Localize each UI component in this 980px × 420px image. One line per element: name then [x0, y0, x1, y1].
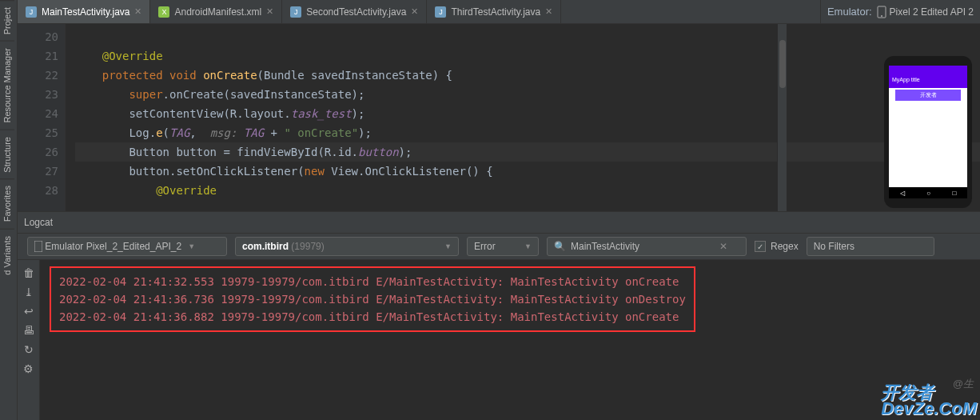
- logcat-package-name: com.itbird: [242, 241, 289, 252]
- code-line[interactable]: @Override: [75, 181, 980, 200]
- settings-icon[interactable]: ⚙: [23, 362, 34, 375]
- code-editor[interactable]: 202122232425262728 @Override protected v…: [18, 24, 980, 211]
- phone-icon: [877, 6, 886, 18]
- chevron-down-icon: ▼: [524, 242, 532, 250]
- editor-tab[interactable]: JThirdTestActivity.java✕: [427, 0, 561, 23]
- logcat-device-dropdown[interactable]: Emulator Pixel_2_Edited_API_2 ▼: [27, 237, 227, 256]
- line-number[interactable]: 21: [18, 46, 58, 66]
- editor-scrollbar[interactable]: [777, 24, 787, 211]
- tab-label: AndroidManifest.xml: [174, 6, 261, 18]
- line-number[interactable]: 28: [18, 181, 58, 200]
- svg-point-1: [881, 15, 882, 17]
- watermark-brand: 开发者 DevZe.CoM: [881, 385, 977, 417]
- logcat-filter-dropdown[interactable]: No Filters: [807, 237, 934, 256]
- scrollbar-thumb[interactable]: [779, 40, 786, 88]
- emulator-label: Emulator:: [827, 6, 872, 18]
- editor-tab-bar: JMainTestActivity.java✕XAndroidManifest.…: [18, 0, 980, 24]
- emulator-device-selector[interactable]: Pixel 2 Edited API 2: [877, 6, 974, 18]
- code-line[interactable]: [75, 27, 980, 46]
- left-tool-rail: Project Resource Manager Structure Favor…: [0, 0, 18, 420]
- line-number[interactable]: 23: [18, 85, 58, 104]
- rail-resource-manager[interactable]: Resource Manager: [0, 41, 14, 130]
- log-line[interactable]: 2022-02-04 21:41:36.736 19979-19979/com.…: [59, 290, 686, 308]
- editor-tab[interactable]: JSecondTestActivity.java✕: [282, 0, 427, 23]
- line-number[interactable]: 27: [18, 162, 58, 181]
- tab-list: JMainTestActivity.java✕XAndroidManifest.…: [18, 0, 820, 23]
- file-icon: J: [290, 6, 301, 18]
- rail-project[interactable]: Project: [0, 0, 14, 41]
- line-gutter: 202122232425262728: [18, 24, 66, 211]
- device-body: [889, 102, 967, 187]
- close-icon[interactable]: ✕: [266, 6, 273, 17]
- log-line[interactable]: 2022-02-04 21:41:32.553 19979-19979/com.…: [59, 273, 686, 290]
- device-screen[interactable]: MyApp title 开发者 ◁○□: [889, 66, 967, 198]
- scroll-end-icon[interactable]: ⤓: [24, 286, 34, 298]
- line-number[interactable]: 26: [18, 142, 58, 162]
- close-icon[interactable]: ✕: [545, 6, 552, 17]
- emulator-panel: Emulator: Pixel 2 Edited API 2: [820, 0, 980, 23]
- logcat-body: 🗑 ⤓ ↩ 🖶 ↻ ⚙ 2022-02-04 21:41:32.553 1997…: [18, 260, 980, 420]
- logcat-level-label: Error: [474, 241, 496, 252]
- editor-tab[interactable]: XAndroidManifest.xml✕: [150, 0, 282, 23]
- logcat-level-dropdown[interactable]: Error ▼: [467, 237, 539, 256]
- logcat-filter-label: No Filters: [814, 241, 855, 252]
- line-number[interactable]: 20: [18, 27, 58, 46]
- file-icon: X: [158, 6, 169, 18]
- svg-rect-2: [34, 241, 42, 252]
- rail-favorites[interactable]: Favorites: [0, 178, 14, 228]
- phone-icon: [34, 241, 42, 252]
- tab-label: ThirdTestActivity.java: [451, 6, 540, 18]
- logcat-package-pid: (19979): [291, 241, 324, 252]
- logcat-package-dropdown[interactable]: com.itbird (19979) ▼: [235, 237, 459, 256]
- editor-tab[interactable]: JMainTestActivity.java✕: [18, 0, 150, 23]
- line-number[interactable]: 22: [18, 66, 58, 85]
- soft-wrap-icon[interactable]: ↩: [24, 305, 34, 318]
- logcat-search-input[interactable]: [571, 241, 715, 252]
- search-icon: 🔍: [554, 241, 566, 252]
- trash-icon[interactable]: 🗑: [23, 266, 34, 279]
- logcat-title[interactable]: Logcat: [18, 212, 980, 233]
- rail-build-variants[interactable]: d Variants: [0, 229, 14, 282]
- code-area[interactable]: @Override protected void onCreate(Bundle…: [66, 24, 980, 211]
- logcat-output[interactable]: 2022-02-04 21:41:32.553 19979-19979/com.…: [40, 260, 980, 420]
- code-line[interactable]: super.onCreate(savedInstanceState);: [75, 85, 980, 104]
- logcat-device-label: Emulator Pixel_2_Edited_API_2: [45, 241, 181, 252]
- print-icon[interactable]: 🖶: [23, 324, 34, 337]
- line-number[interactable]: 25: [18, 123, 58, 142]
- rail-structure[interactable]: Structure: [0, 130, 14, 179]
- logcat-panel: Logcat Emulator Pixel_2_Edited_API_2 ▼ c…: [18, 211, 980, 420]
- device-navbar: ◁○□: [889, 187, 967, 198]
- log-line[interactable]: 2022-02-04 21:41:36.882 19979-19979/com.…: [59, 308, 686, 326]
- tab-label: SecondTestActivity.java: [306, 6, 406, 18]
- log-highlight-box: 2022-02-04 21:41:32.553 19979-19979/com.…: [50, 266, 695, 332]
- logcat-filter-bar: Emulator Pixel_2_Edited_API_2 ▼ com.itbi…: [18, 233, 980, 260]
- chevron-down-icon: ▼: [444, 242, 452, 250]
- close-icon[interactable]: ✕: [134, 6, 141, 17]
- code-line[interactable]: Log.e(TAG, msg: TAG + " onCreate");: [75, 123, 980, 142]
- logcat-search-box[interactable]: 🔍 ✕: [547, 237, 747, 256]
- close-icon[interactable]: ✕: [411, 6, 418, 17]
- code-line[interactable]: button.setOnClickListener(new View.OnCli…: [75, 162, 980, 181]
- device-button[interactable]: 开发者: [895, 90, 961, 101]
- line-number[interactable]: 24: [18, 104, 58, 123]
- emulator-device-name: Pixel 2 Edited API 2: [890, 6, 974, 18]
- device-appbar: MyApp title: [889, 75, 967, 88]
- clear-search-icon[interactable]: ✕: [719, 241, 727, 252]
- code-line[interactable]: protected void onCreate(Bundle savedInst…: [75, 66, 980, 85]
- regex-label: Regex: [771, 241, 799, 252]
- device-statusbar: [889, 66, 967, 75]
- code-line[interactable]: Button button = findViewById(R.id.button…: [75, 142, 980, 162]
- code-line[interactable]: setContentView(R.layout.task_test);: [75, 104, 980, 123]
- file-icon: J: [435, 6, 446, 18]
- code-line[interactable]: @Override: [75, 46, 980, 66]
- file-icon: J: [26, 6, 37, 18]
- logcat-side-toolbar: 🗑 ⤓ ↩ 🖶 ↻ ⚙: [18, 260, 40, 420]
- tab-label: MainTestActivity.java: [42, 6, 129, 18]
- chevron-down-icon: ▼: [188, 242, 195, 250]
- restart-icon[interactable]: ↻: [24, 343, 34, 356]
- checkbox-box: ✓: [755, 241, 766, 252]
- device-preview-frame: MyApp title 开发者 ◁○□: [884, 56, 972, 208]
- regex-checkbox[interactable]: ✓ Regex: [755, 241, 799, 252]
